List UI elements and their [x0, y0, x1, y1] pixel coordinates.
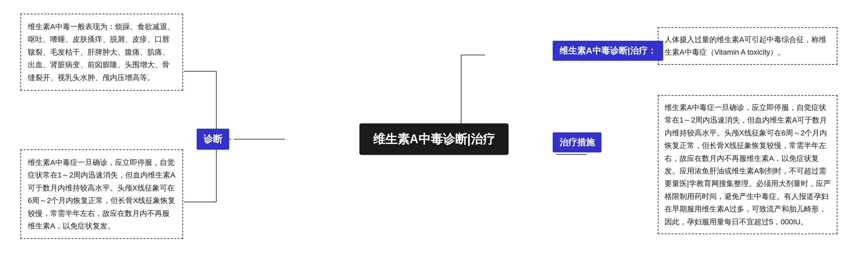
right-top-label: 维生素A中毒诊断|治疗：: [553, 41, 663, 61]
right-top-box: 人体摄入过量的维生素A可引起中毒综合征，称维生素A中毒症（Vitamin A t…: [658, 27, 837, 65]
left-top-box: 维生素A中毒一般表现为：烦躁、食欲减退、呕吐、嗜睡、皮肤搔痒、脱屑、皮疹、口唇皲…: [20, 14, 183, 91]
right-bottom-label: 治疗措施: [553, 132, 601, 152]
center-node: 维生素A中毒诊断|治疗: [359, 123, 509, 155]
left-bottom-box: 维生素A中毒症一旦确诊，应立即停服，自觉症状常在1～2周内迅速消失，但血内维生素…: [20, 149, 183, 239]
right-section: 维生素A中毒诊断|治疗： 人体摄入过量的维生素A可引起中毒综合征，称维生素A中毒…: [553, 0, 848, 278]
left-diagnosis-tag: 诊断: [197, 129, 229, 150]
right-bottom-box: 维生素A中毒症一旦确诊，应立即停服，自觉症状常在1～2周内迅速消失，但血内维生素…: [658, 95, 837, 234]
